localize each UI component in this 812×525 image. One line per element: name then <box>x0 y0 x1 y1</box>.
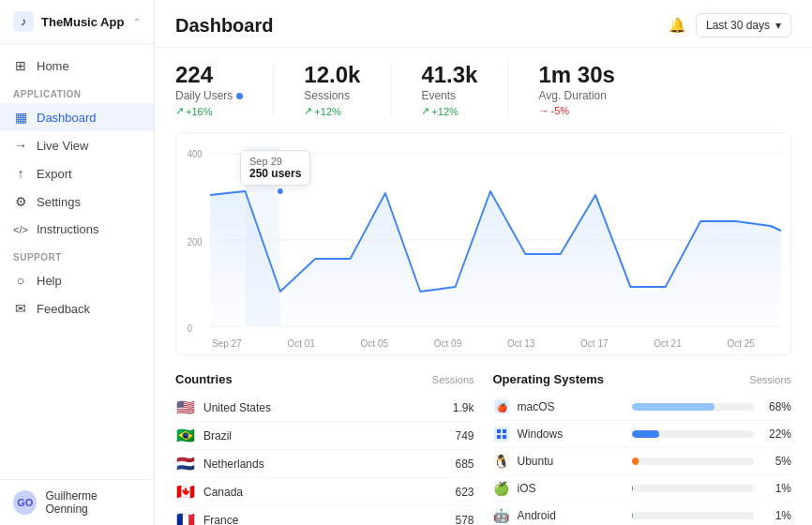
os-percentage: 22% <box>761 428 791 441</box>
sidebar-item-help[interactable]: ○ Help <box>0 266 154 294</box>
country-sessions: 623 <box>455 486 474 499</box>
svg-point-7 <box>277 188 283 195</box>
countries-list: 🇺🇸 United States 1.9k 🇧🇷 Brazil 749 🇳🇱 N… <box>175 394 474 525</box>
chevron-down-icon: ▾ <box>775 19 781 32</box>
home-icon: ⊞ <box>13 58 28 73</box>
svg-text:400: 400 <box>188 149 203 159</box>
stat-label: Sessions <box>304 89 360 102</box>
svg-text:🍎: 🍎 <box>496 402 507 413</box>
os-name: Windows <box>518 428 625 441</box>
svg-rect-11 <box>497 429 501 433</box>
os-bar <box>632 512 754 519</box>
sidebar-item-label: Instructions <box>37 222 98 236</box>
chart-tooltip: Sep 29 250 users <box>240 150 310 186</box>
svg-text:200: 200 <box>188 237 203 248</box>
help-icon: ○ <box>13 273 28 288</box>
sidebar-item-feedback[interactable]: ✉ Feedback <box>0 294 154 322</box>
app-name: TheMusic App <box>41 15 126 29</box>
country-sessions: 685 <box>455 458 474 471</box>
country-name: Canada <box>203 486 447 499</box>
export-icon: ↑ <box>13 166 28 181</box>
countries-title: Countries Sessions <box>175 372 474 386</box>
active-indicator <box>236 93 243 99</box>
x-label: Oct 17 <box>580 338 608 349</box>
sidebar-collapse-icon[interactable]: ⌃ <box>133 17 141 27</box>
country-flag: 🇨🇦 <box>175 483 196 501</box>
country-name: France <box>203 514 447 525</box>
sidebar-item-label: Settings <box>37 195 81 209</box>
country-flag: 🇺🇸 <box>175 398 196 416</box>
os-bar-fill <box>632 430 659 438</box>
x-label: Oct 05 <box>361 338 388 349</box>
country-row: 🇫🇷 France 578 <box>175 506 474 525</box>
feedback-icon: ✉ <box>13 301 28 316</box>
dashboard-icon: ▦ <box>13 110 28 125</box>
os-name: macOS <box>518 400 625 413</box>
svg-text:0: 0 <box>188 323 192 334</box>
line-chart: Sep 29 250 users 400 200 0 <box>175 132 791 355</box>
country-sessions: 749 <box>455 429 474 442</box>
os-percentage: 5% <box>761 455 791 468</box>
os-icon: 🍎 <box>493 398 510 415</box>
notification-icon[interactable]: 🔔 <box>669 17 686 34</box>
stat-value: 12.0k <box>304 63 360 87</box>
os-icon: 🐧 <box>493 453 510 470</box>
os-bar-fill <box>632 403 714 411</box>
stat-label: Avg. Duration <box>538 89 614 102</box>
section-label-support: SUPPORT <box>0 243 154 266</box>
sidebar-item-label: Help <box>37 274 62 288</box>
svg-rect-12 <box>503 429 506 433</box>
x-label: Oct 01 <box>287 338 314 349</box>
sidebar-item-label: Dashboard <box>37 111 97 125</box>
os-title: Operating Systems Sessions <box>493 372 792 386</box>
stat-sessions: 12.0k Sessions ↗ +12% <box>304 63 360 117</box>
os-bar <box>632 430 754 438</box>
country-row: 🇨🇦 Canada 623 <box>175 478 474 506</box>
sidebar-header[interactable]: ♪ TheMusic App ⌃ <box>0 0 154 44</box>
country-row: 🇺🇸 United States 1.9k <box>175 394 474 422</box>
country-flag: 🇧🇷 <box>175 427 196 444</box>
date-range-button[interactable]: Last 30 days ▾ <box>696 13 791 38</box>
os-icon: 🍏 <box>493 480 510 497</box>
sidebar-item-dashboard[interactable]: ▦ Dashboard <box>0 103 154 131</box>
x-axis-labels: Sep 27 Oct 01 Oct 05 Oct 09 Oct 13 Oct 1… <box>186 337 781 349</box>
country-name: Netherlands <box>203 458 447 471</box>
stats-row: 224 Daily Users ↗ +16% 12.0k Sessions ↗ … <box>175 63 791 117</box>
os-bar-fill <box>632 512 633 519</box>
sidebar-nav: ⊞ Home APPLICATION ▦ Dashboard → Live Vi… <box>0 44 154 330</box>
tooltip-date: Sep 29 <box>249 156 301 167</box>
os-row: 🤖 Android 1% <box>493 502 792 525</box>
sidebar-item-settings[interactable]: ⚙ Settings <box>0 188 154 216</box>
x-label: Oct 25 <box>727 338 754 349</box>
os-icon: 🤖 <box>493 507 510 524</box>
os-row: 🐧 Ubuntu 5% <box>493 448 792 475</box>
svg-rect-13 <box>497 435 501 439</box>
user-footer: GO Guilherme Oenning <box>0 479 154 525</box>
countries-section: Countries Sessions 🇺🇸 United States 1.9k… <box>175 372 474 525</box>
sidebar: ♪ TheMusic App ⌃ ⊞ Home APPLICATION ▦ Da… <box>0 0 155 525</box>
country-name: Brazil <box>203 429 447 442</box>
live-view-icon: → <box>13 138 28 153</box>
stat-daily-users: 224 Daily Users ↗ +16% <box>175 63 243 117</box>
stat-change: → -5% <box>538 105 614 116</box>
sidebar-item-home[interactable]: ⊞ Home <box>0 52 154 80</box>
sidebar-item-instructions[interactable]: </> Instructions <box>0 216 154 243</box>
os-bar-fill <box>632 485 633 492</box>
stat-change: ↗ +12% <box>421 105 477 117</box>
sidebar-item-label: Home <box>37 59 69 73</box>
instructions-icon: </> <box>13 224 28 235</box>
stat-avg-duration: 1m 30s Avg. Duration → -5% <box>538 63 614 117</box>
user-name: Guilherme Oenning <box>45 489 141 516</box>
sidebar-item-live-view[interactable]: → Live View <box>0 131 154 159</box>
sidebar-item-export[interactable]: ↑ Export <box>0 159 154 188</box>
stat-value: 41.3k <box>421 63 477 87</box>
sidebar-item-label: Feedback <box>37 302 90 316</box>
avatar: GO <box>13 490 37 515</box>
country-row: 🇧🇷 Brazil 749 <box>175 422 474 450</box>
os-bar <box>632 403 754 411</box>
x-label: Oct 13 <box>507 338 534 349</box>
header-right: 🔔 Last 30 days ▾ <box>669 13 791 38</box>
os-name: iOS <box>518 482 625 495</box>
os-bar <box>632 485 754 492</box>
os-percentage: 1% <box>761 509 791 522</box>
